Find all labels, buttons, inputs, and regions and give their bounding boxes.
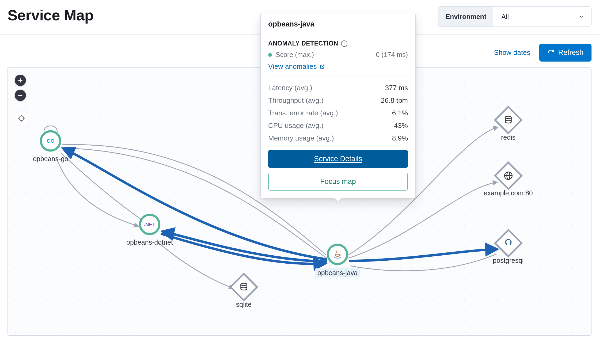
focus-map-button[interactable]: Focus map (268, 173, 408, 191)
node-redis[interactable]: redis (498, 110, 518, 141)
metric-value: 8.9% (392, 134, 408, 142)
database-icon (239, 283, 248, 292)
score-value: 0 (174 ms) (376, 51, 408, 59)
health-indicator-icon (268, 53, 272, 57)
refresh-icon (547, 49, 554, 56)
svg-point-7 (505, 116, 511, 119)
anomaly-score-row: Score (max.) 0 (174 ms) (268, 51, 408, 59)
service-map-canvas[interactable]: + − (7, 67, 592, 336)
node-label: postgresql (493, 257, 524, 264)
node-label: example.com:80 (484, 189, 533, 197)
metric-value: 26.8 tpm (381, 96, 408, 105)
node-label: opbeans-go (33, 155, 68, 163)
node-label: opbeans-dotnet (126, 238, 173, 246)
metric-label: Trans. error rate (avg.) (268, 109, 338, 117)
metrics-list: Latency (avg.)377 ms Throughput (avg.)26… (268, 82, 408, 145)
metric-row: Latency (avg.)377 ms (268, 82, 408, 94)
anomaly-section-header: ANOMALY DETECTION i (268, 40, 408, 47)
metric-row: Memory usage (avg.)8.9% (268, 132, 408, 145)
refresh-button[interactable]: Refresh (539, 44, 592, 62)
metric-row: CPU usage (avg.)43% (268, 119, 408, 132)
metric-row: Trans. error rate (avg.)6.1% (268, 107, 408, 119)
dotnet-icon: .NET (144, 222, 155, 228)
metric-label: CPU usage (avg.) (268, 122, 324, 130)
node-label-selected: opbeans-java (315, 268, 360, 277)
postgresql-icon (503, 238, 513, 248)
popover-title: opbeans-java (268, 20, 408, 28)
service-details-button[interactable]: Service Details (268, 150, 408, 168)
environment-value: All (501, 13, 509, 21)
java-icon (332, 249, 343, 260)
anomaly-section-label: ANOMALY DETECTION (268, 40, 338, 47)
environment-dropdown[interactable]: All (493, 7, 591, 26)
svg-point-6 (241, 283, 247, 286)
globe-icon (504, 171, 513, 180)
external-link-icon (320, 64, 325, 69)
metric-row: Throughput (avg.)26.8 tpm (268, 94, 408, 107)
svg-point-5 (335, 257, 340, 258)
score-label: Score (max.) (276, 51, 314, 59)
view-anomalies-label: View anomalies (268, 62, 317, 71)
page-title: Service Map (7, 6, 93, 24)
go-icon: GO (47, 138, 55, 144)
info-icon[interactable]: i (341, 40, 347, 47)
refresh-label: Refresh (558, 48, 583, 57)
environment-label: Environment (438, 7, 493, 26)
node-label: redis (498, 134, 518, 141)
chevron-down-icon (578, 14, 584, 20)
service-popover: opbeans-java ANOMALY DETECTION i Score (… (260, 13, 416, 198)
view-anomalies-link[interactable]: View anomalies (268, 62, 408, 71)
node-sqlite[interactable]: sqlite (234, 277, 254, 308)
show-dates-button[interactable]: Show dates (492, 48, 532, 57)
environment-selector: Environment All (438, 6, 592, 27)
metric-label: Latency (avg.) (268, 84, 312, 92)
node-label: sqlite (234, 301, 254, 308)
metric-value: 6.1% (392, 109, 408, 117)
metric-value: 377 ms (385, 84, 408, 92)
database-icon (504, 116, 513, 125)
metric-label: Memory usage (avg.) (268, 134, 334, 142)
metric-value: 43% (394, 122, 408, 130)
svg-point-11 (507, 242, 507, 242)
metric-label: Throughput (avg.) (268, 96, 324, 105)
svg-point-12 (509, 242, 510, 242)
